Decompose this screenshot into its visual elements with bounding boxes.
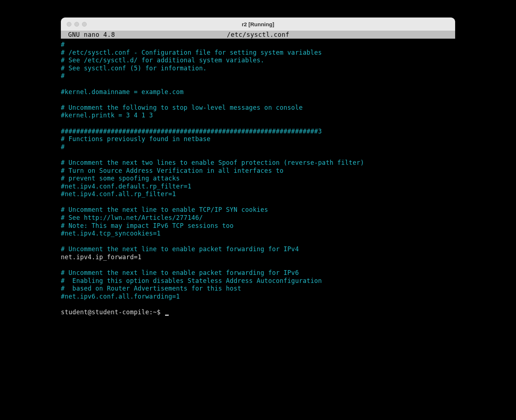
vm-window: r2 [Running] GNU nano 4.8 /etc/sysctl.co… (61, 18, 455, 321)
minimize-button[interactable] (74, 22, 79, 27)
file-line[interactable]: # prevent some spoofing attacks (61, 175, 455, 183)
file-line[interactable]: # See /etc/sysctl.d/ for additional syst… (61, 57, 455, 65)
file-line[interactable] (61, 96, 455, 104)
file-line[interactable] (61, 261, 455, 269)
file-line[interactable] (61, 120, 455, 128)
file-line[interactable]: #net.ipv4.tcp_syncookies=1 (61, 230, 455, 238)
maximize-button[interactable] (82, 22, 87, 27)
cursor-icon (165, 315, 169, 316)
shell-prompt-line[interactable]: student@student-compile:~$ (61, 308, 455, 316)
file-line[interactable]: # /etc/sysctl.conf - Configuration file … (61, 49, 455, 57)
traffic-lights (67, 22, 87, 27)
file-line[interactable]: #net.ipv4.conf.all.rp_filter=1 (61, 190, 455, 198)
file-line[interactable]: # Uncomment the following to stop low-le… (61, 104, 455, 112)
file-content[interactable]: ## /etc/sysctl.conf - Configuration file… (61, 41, 455, 301)
file-line[interactable]: ########################################… (61, 128, 455, 136)
file-line[interactable]: # (61, 41, 455, 49)
window-title: r2 [Running] (67, 21, 449, 27)
file-line[interactable]: net.ipv4.ip_forward=1 (61, 253, 455, 261)
file-line[interactable]: # Note: This may impact IPv6 TCP session… (61, 222, 455, 230)
file-line[interactable] (61, 151, 455, 159)
file-line[interactable] (61, 198, 455, 206)
nano-header-bar: GNU nano 4.8 /etc/sysctl.conf (61, 31, 455, 39)
nano-file-path: /etc/sysctl.conf (115, 31, 401, 38)
file-line[interactable]: # (61, 72, 455, 80)
file-line[interactable]: # Enabling this option disables Stateles… (61, 277, 455, 285)
file-line[interactable]: # Turn on Source Address Verification in… (61, 167, 455, 175)
file-line[interactable]: # based on Router Advertisements for thi… (61, 285, 455, 293)
close-button[interactable] (67, 22, 71, 27)
file-line[interactable]: # Uncomment the next line to enable pack… (61, 245, 455, 253)
file-line[interactable]: # Uncomment the next line to enable pack… (61, 269, 455, 277)
file-line[interactable]: #net.ipv4.conf.default.rp_filter=1 (61, 183, 455, 191)
file-line[interactable] (61, 80, 455, 88)
file-line[interactable]: # Uncomment the next line to enable TCP/… (61, 206, 455, 214)
terminal-viewport[interactable]: ## /etc/sysctl.conf - Configuration file… (61, 39, 455, 321)
shell-prompt: student@student-compile:~$ (61, 308, 164, 316)
file-line[interactable]: # (61, 143, 455, 151)
file-line[interactable]: # See http://lwn.net/Articles/277146/ (61, 214, 455, 222)
file-line[interactable]: # Uncomment the next two lines to enable… (61, 159, 455, 167)
window-titlebar[interactable]: r2 [Running] (61, 18, 455, 31)
file-line[interactable]: #kernel.printk = 3 4 1 3 (61, 112, 455, 120)
nano-app-name: GNU nano 4.8 (64, 31, 115, 38)
file-line[interactable]: #net.ipv6.conf.all.forwarding=1 (61, 293, 455, 301)
file-line[interactable]: # Functions previously found in netbase (61, 135, 455, 143)
file-line[interactable]: #kernel.domainname = example.com (61, 88, 455, 96)
file-line[interactable] (61, 238, 455, 246)
file-line[interactable]: # See sysctl.conf (5) for information. (61, 65, 455, 73)
